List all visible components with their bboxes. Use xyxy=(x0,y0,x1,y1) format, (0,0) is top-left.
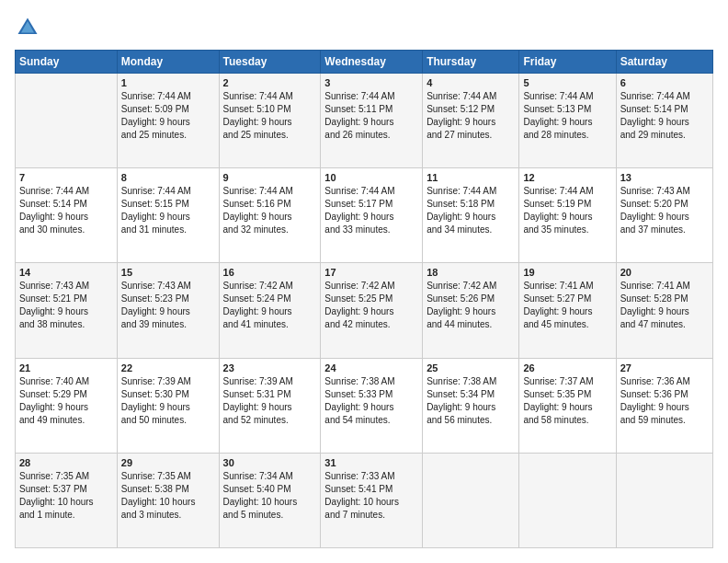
cell-info-line: Sunset: 5:11 PM xyxy=(324,103,418,116)
day-number: 25 xyxy=(427,362,515,373)
calendar-cell xyxy=(616,453,712,547)
day-header-tuesday: Tuesday xyxy=(219,51,321,74)
cell-info-line: Sunset: 5:10 PM xyxy=(223,103,317,116)
calendar-cell: 14Sunrise: 7:43 AMSunset: 5:21 PMDayligh… xyxy=(16,263,118,358)
day-header-sunday: Sunday xyxy=(16,51,118,74)
day-header-monday: Monday xyxy=(117,51,219,74)
day-number: 26 xyxy=(523,362,611,373)
cell-info-line: Daylight: 9 hours xyxy=(523,116,611,129)
cell-info-line: Daylight: 9 hours xyxy=(19,305,113,318)
cell-info-line: and 33 minutes. xyxy=(324,224,418,236)
cell-info-line: Sunset: 5:37 PM xyxy=(19,483,113,496)
calendar-cell: 9Sunrise: 7:44 AMSunset: 5:16 PMDaylight… xyxy=(219,168,321,263)
cell-info-line: Daylight: 10 hours xyxy=(324,496,418,509)
cell-info-line: Sunrise: 7:40 AM xyxy=(19,375,113,388)
cell-info-line: Sunset: 5:24 PM xyxy=(223,293,317,305)
day-number: 9 xyxy=(223,172,317,183)
cell-info-line: Sunrise: 7:44 AM xyxy=(523,185,611,198)
cell-info-line: and 25 minutes. xyxy=(121,129,215,142)
day-number: 3 xyxy=(324,77,418,88)
day-number: 29 xyxy=(121,457,215,468)
day-number: 13 xyxy=(620,172,709,183)
cell-info-line: Daylight: 9 hours xyxy=(324,211,418,224)
cell-info-line: and 54 minutes. xyxy=(324,414,418,427)
calendar-cell: 31Sunrise: 7:33 AMSunset: 5:41 PMDayligh… xyxy=(321,453,423,547)
cell-info-line: Sunrise: 7:42 AM xyxy=(223,280,317,293)
cell-info-line: Daylight: 9 hours xyxy=(427,305,515,318)
cell-info-line: Sunrise: 7:44 AM xyxy=(427,90,515,103)
cell-info-line: and 50 minutes. xyxy=(121,414,215,427)
cell-info-line: Sunset: 5:41 PM xyxy=(324,483,418,496)
calendar-cell: 22Sunrise: 7:39 AMSunset: 5:30 PMDayligh… xyxy=(117,358,219,453)
cell-info-line: and 52 minutes. xyxy=(223,414,317,427)
cell-info-line: Sunset: 5:40 PM xyxy=(223,483,317,496)
cell-info-line: Sunset: 5:16 PM xyxy=(223,198,317,211)
cell-info-line: Daylight: 9 hours xyxy=(121,116,215,129)
calendar-cell: 24Sunrise: 7:38 AMSunset: 5:33 PMDayligh… xyxy=(321,358,423,453)
cell-info-line: Sunset: 5:23 PM xyxy=(121,293,215,305)
cell-info-line: Sunset: 5:13 PM xyxy=(523,103,611,116)
calendar-cell: 30Sunrise: 7:34 AMSunset: 5:40 PMDayligh… xyxy=(219,453,321,547)
cell-info-line: Daylight: 9 hours xyxy=(523,305,611,318)
day-number: 31 xyxy=(324,457,418,468)
cell-info-line: Sunset: 5:31 PM xyxy=(223,388,317,401)
cell-info-line: Daylight: 9 hours xyxy=(121,305,215,318)
day-number: 17 xyxy=(324,267,418,278)
calendar-cell: 25Sunrise: 7:38 AMSunset: 5:34 PMDayligh… xyxy=(423,358,519,453)
cell-info-line: Sunrise: 7:44 AM xyxy=(523,90,611,103)
day-number: 16 xyxy=(223,267,317,278)
cell-info-line: Sunrise: 7:39 AM xyxy=(121,375,215,388)
calendar-cell: 18Sunrise: 7:42 AMSunset: 5:26 PMDayligh… xyxy=(423,263,519,358)
day-number: 15 xyxy=(121,267,215,278)
cell-info-line: Sunrise: 7:42 AM xyxy=(324,280,418,293)
cell-info-line: Sunrise: 7:42 AM xyxy=(427,280,515,293)
cell-info-line: and 44 minutes. xyxy=(427,318,515,331)
cell-info-line: Sunrise: 7:39 AM xyxy=(223,375,317,388)
calendar-cell: 20Sunrise: 7:41 AMSunset: 5:28 PMDayligh… xyxy=(616,263,712,358)
cell-info-line: Sunrise: 7:35 AM xyxy=(19,470,113,483)
cell-info-line: Daylight: 10 hours xyxy=(19,496,113,509)
cell-info-line: Daylight: 9 hours xyxy=(620,211,709,224)
calendar-cell: 28Sunrise: 7:35 AMSunset: 5:37 PMDayligh… xyxy=(16,453,118,547)
cell-info-line: Daylight: 9 hours xyxy=(620,401,709,414)
day-number: 7 xyxy=(19,172,113,183)
cell-info-line: Sunset: 5:09 PM xyxy=(121,103,215,116)
cell-info-line: Daylight: 9 hours xyxy=(620,305,709,318)
cell-info-line: Daylight: 10 hours xyxy=(121,496,215,509)
cell-info-line: and 59 minutes. xyxy=(620,414,709,427)
cell-info-line: and 3 minutes. xyxy=(121,509,215,522)
day-number: 18 xyxy=(427,267,515,278)
cell-info-line: Sunrise: 7:36 AM xyxy=(620,375,709,388)
calendar-cell xyxy=(423,453,519,547)
cell-info-line: Sunrise: 7:44 AM xyxy=(121,185,215,198)
cell-info-line: Daylight: 9 hours xyxy=(324,116,418,129)
day-number: 10 xyxy=(324,172,418,183)
calendar-cell: 3Sunrise: 7:44 AMSunset: 5:11 PMDaylight… xyxy=(321,74,423,168)
calendar-cell: 7Sunrise: 7:44 AMSunset: 5:14 PMDaylight… xyxy=(16,168,118,263)
day-number: 14 xyxy=(19,267,113,278)
calendar-cell: 27Sunrise: 7:36 AMSunset: 5:36 PMDayligh… xyxy=(616,358,712,453)
cell-info-line: Sunset: 5:34 PM xyxy=(427,388,515,401)
calendar-table: SundayMondayTuesdayWednesdayThursdayFrid… xyxy=(15,50,713,548)
calendar-cell: 5Sunrise: 7:44 AMSunset: 5:13 PMDaylight… xyxy=(519,74,616,168)
day-header-saturday: Saturday xyxy=(616,51,712,74)
cell-info-line: Sunrise: 7:41 AM xyxy=(620,280,709,293)
cell-info-line: Sunrise: 7:44 AM xyxy=(427,185,515,198)
week-row-0: 1Sunrise: 7:44 AMSunset: 5:09 PMDaylight… xyxy=(16,74,713,168)
day-header-friday: Friday xyxy=(519,51,616,74)
cell-info-line: Sunrise: 7:44 AM xyxy=(324,90,418,103)
cell-info-line: and 34 minutes. xyxy=(427,224,515,236)
cell-info-line: and 27 minutes. xyxy=(427,129,515,142)
cell-info-line: Sunset: 5:33 PM xyxy=(324,388,418,401)
cell-info-line: Sunset: 5:30 PM xyxy=(121,388,215,401)
week-row-2: 14Sunrise: 7:43 AMSunset: 5:21 PMDayligh… xyxy=(16,263,713,358)
calendar-cell xyxy=(519,453,616,547)
cell-info-line: Sunset: 5:21 PM xyxy=(19,293,113,305)
days-header-row: SundayMondayTuesdayWednesdayThursdayFrid… xyxy=(16,51,713,74)
cell-info-line: Sunset: 5:25 PM xyxy=(324,293,418,305)
cell-info-line: and 37 minutes. xyxy=(620,224,709,236)
cell-info-line: Daylight: 9 hours xyxy=(121,401,215,414)
day-number: 27 xyxy=(620,362,709,373)
calendar-cell: 11Sunrise: 7:44 AMSunset: 5:18 PMDayligh… xyxy=(423,168,519,263)
cell-info-line: Sunset: 5:38 PM xyxy=(121,483,215,496)
